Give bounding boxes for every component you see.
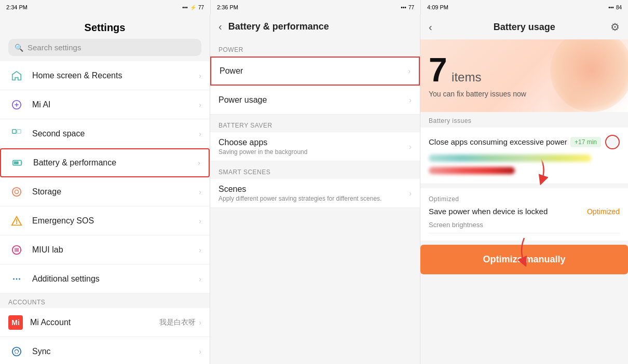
svg-point-6 <box>15 190 18 193</box>
chevron-mi-account: › <box>199 318 201 327</box>
chevron-battery: › <box>198 159 200 167</box>
settings-item-miuilab[interactable]: MIUI lab › <box>0 235 210 264</box>
close-apps-issue-title: Close apps consuming excessive power <box>429 137 567 147</box>
chevron-emergency: › <box>199 217 201 225</box>
battery-item-power[interactable]: Power › <box>210 57 420 86</box>
settings-item-home[interactable]: Home screen & Recents › <box>0 61 210 90</box>
settings-list: Home screen & Recents › Mi AI › Second s… <box>0 61 210 364</box>
chevron-second-space: › <box>199 130 201 138</box>
search-icon: 🔍 <box>15 44 23 52</box>
settings-item-second-space[interactable]: Second space › <box>0 119 210 148</box>
panel-usage: ‹ Battery usage ⚙ 7 items You can fix ba… <box>420 15 628 364</box>
mi-account-value: 我是白衣呀 <box>159 318 196 327</box>
battery-item-scenes[interactable]: Scenes Apply different power saving stra… <box>210 179 420 208</box>
power-section-header: POWER <box>210 39 420 57</box>
battery-text: 77 <box>198 5 204 10</box>
save-power-row[interactable]: Save power when device is locked Optimiz… <box>429 207 620 216</box>
hero-count: 7 <box>429 51 447 89</box>
accounts-header: ACCOUNTS <box>0 293 210 308</box>
item-label-miai: Mi AI <box>32 100 199 109</box>
hero-items-label: items <box>452 70 481 84</box>
svg-point-9 <box>16 278 18 279</box>
home-icon <box>8 67 25 84</box>
chevron-additional: › <box>199 275 201 283</box>
status-bar-right: 4:09 PM ••• 84 <box>420 0 628 15</box>
smart-scenes-header: SMART SCENES <box>210 161 420 179</box>
search-bar[interactable]: 🔍 Search settings <box>8 39 201 56</box>
save-power-text: Save power when device is locked <box>429 207 587 216</box>
item-label-mi-account: Mi Account <box>30 318 159 327</box>
sync-icon <box>8 343 25 360</box>
status-icons-mid: ••• 77 <box>401 5 414 10</box>
battery-perf-icon <box>9 155 26 171</box>
item-label-additional: Additional settings <box>32 274 199 284</box>
usage-header: ‹ Battery usage ⚙ <box>420 15 628 39</box>
battery-panel-header: ‹ Battery & performance <box>210 15 420 39</box>
chevron-miuilab: › <box>199 246 201 254</box>
gear-icon[interactable]: ⚙ <box>610 21 620 33</box>
usage-title: Battery usage <box>439 22 610 33</box>
battery-mid: 77 <box>408 5 414 10</box>
choose-apps-chevron: › <box>409 143 412 151</box>
battery-item-power-usage[interactable]: Power usage › <box>210 86 420 115</box>
battery-item-choose-apps[interactable]: Choose apps Saving power in the backgrou… <box>210 132 420 161</box>
settings-item-battery[interactable]: Battery & performance › <box>0 148 210 177</box>
power-title: Power <box>220 66 408 76</box>
second-space-icon <box>8 125 25 142</box>
battery-panel-title: Battery & performance <box>228 21 329 32</box>
signal-dots: ••• <box>182 5 188 10</box>
chevron-storage: › <box>199 188 201 196</box>
screen-brightness-text: Screen brightness <box>429 221 483 229</box>
panel-battery: ‹ Battery & performance POWER Power › Po… <box>210 15 420 364</box>
optimized-section: Optimized Save power when device is lock… <box>420 184 628 241</box>
battery-saver-header: BATTERY SAVER <box>210 115 420 132</box>
svg-rect-2 <box>17 129 21 133</box>
usage-back-button[interactable]: ‹ <box>429 21 432 33</box>
storage-icon <box>8 184 25 200</box>
search-placeholder: Search settings <box>28 43 81 52</box>
status-bar-left: 2:34 PM ••• ⚡ 77 <box>0 0 210 15</box>
optimize-manually-button[interactable]: Optimize manually <box>420 245 628 274</box>
settings-item-additional[interactable]: Additional settings › <box>0 264 210 293</box>
save-power-status: Optimized <box>587 207 620 216</box>
item-label-second-space: Second space <box>32 129 199 138</box>
panel-settings: Settings 🔍 Search settings Home screen &… <box>0 15 210 364</box>
screen-brightness-row[interactable]: Screen brightness <box>429 221 620 233</box>
settings-item-miai[interactable]: Mi AI › <box>0 90 210 119</box>
item-label-storage: Storage <box>32 187 199 197</box>
close-apps-issue: Close apps consuming excessive power +17… <box>420 128 628 184</box>
scenes-subtitle: Apply different power saving strategies … <box>219 195 409 202</box>
item-label-battery: Battery & performance <box>33 158 198 167</box>
emergency-icon <box>8 213 25 229</box>
usage-hero: 7 items You can fix battery issues now <box>420 39 628 112</box>
battery-bar-1 <box>429 155 591 162</box>
status-bar-mid: 2:36 PM ••• 77 <box>210 0 420 15</box>
issue-badge: +17 min <box>570 137 601 147</box>
battery-back-button[interactable]: ‹ <box>219 21 222 33</box>
time-mid: 2:36 PM <box>217 4 238 10</box>
signal-mid: ••• <box>401 5 406 10</box>
svg-point-10 <box>19 278 20 279</box>
settings-item-sync[interactable]: Sync › <box>0 337 210 364</box>
power-usage-content: Power usage <box>219 95 409 105</box>
close-apps-row: Close apps consuming excessive power +17… <box>429 135 620 149</box>
settings-item-storage[interactable]: Storage › <box>0 177 210 206</box>
svg-rect-1 <box>12 129 16 133</box>
settings-title: Settings <box>0 15 210 39</box>
battery-bar-2 <box>429 167 515 174</box>
time-right: 4:09 PM <box>427 4 448 10</box>
svg-rect-4 <box>14 161 19 164</box>
additional-icon <box>8 271 25 287</box>
panels: Settings 🔍 Search settings Home screen &… <box>0 15 628 364</box>
item-label-miuilab: MIUI lab <box>32 245 199 255</box>
svg-point-5 <box>12 187 21 196</box>
item-label-home: Home screen & Recents <box>32 71 199 80</box>
power-usage-title: Power usage <box>219 95 409 105</box>
settings-item-emergency[interactable]: Emergency SOS › <box>0 206 210 235</box>
scenes-content: Scenes Apply different power saving stra… <box>219 185 409 202</box>
badge-toggle-row: +17 min <box>570 135 620 149</box>
chevron-miai: › <box>199 101 201 109</box>
toggle-button[interactable] <box>605 135 620 149</box>
power-content: Power <box>220 66 408 76</box>
settings-item-mi-account[interactable]: Mi Mi Account 我是白衣呀 › <box>0 308 210 337</box>
